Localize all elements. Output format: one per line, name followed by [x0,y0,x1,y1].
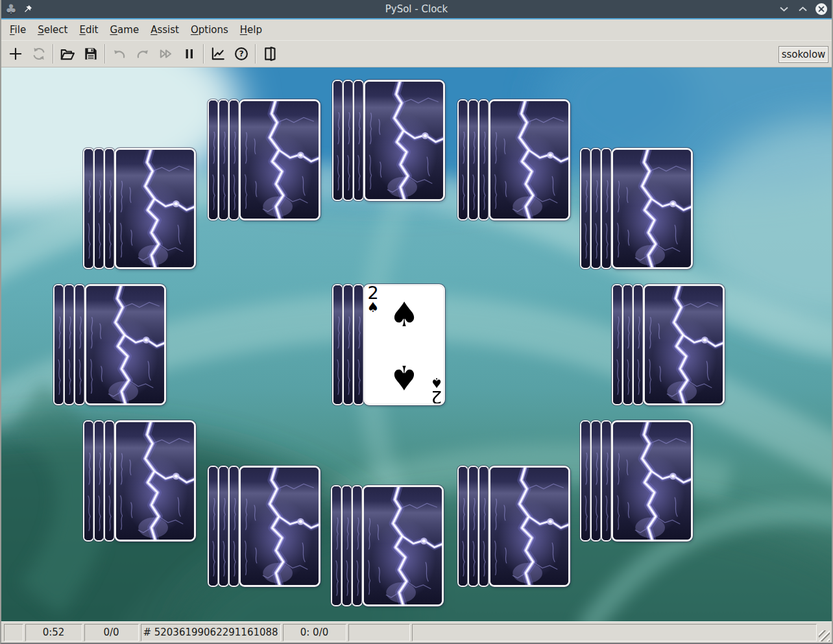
pile-clock-2[interactable] [580,148,697,272]
lightning-card-back-art [332,486,342,606]
menu-help[interactable]: Help [234,21,268,38]
pile-clock-5[interactable] [457,466,574,590]
pause-icon [181,45,198,62]
window-title: PySol - Clock [1,3,832,15]
toolbar-save-button[interactable] [80,43,102,65]
lightning-card-back-art [633,285,644,405]
toolbar-quit-button[interactable] [259,43,281,65]
pile-clock-9[interactable] [53,284,170,408]
toolbar-rules-button[interactable]: ? [230,43,252,65]
close-button[interactable] [815,3,828,16]
menu-select[interactable]: Select [32,21,73,38]
card-back-top[interactable] [489,99,570,221]
toolbar-autodrop-button[interactable] [155,43,177,65]
menu-file[interactable]: File [4,21,32,38]
pile-clock-6[interactable] [331,485,448,609]
toolbar-open-button[interactable] [56,43,78,65]
toolbar-separator [104,44,106,64]
lightning-card-back-art [623,285,633,405]
card-back-top[interactable] [489,466,570,587]
card-back-edge [457,466,468,587]
toolbar-separator [53,44,54,64]
lightning-card-back-art [229,466,239,586]
card-back-edge [93,148,104,269]
game-table: 2♠♠♠2♠ [1,67,832,621]
card-back-edge [601,420,612,542]
card-index-top-left: 2♠ [367,285,380,313]
status-moves: 0/0 [84,624,139,641]
toolbar-undo-button[interactable] [108,43,130,65]
pile-center[interactable]: 2♠♠♠2♠ [332,284,449,408]
card-back-edge [343,284,354,405]
status-extra [348,624,410,641]
minimize-button[interactable] [777,3,790,16]
card-back-top[interactable] [363,80,445,201]
card-back-edge [468,466,479,587]
pile-clock-1[interactable] [457,99,574,223]
toolbar-restart-button[interactable] [28,43,50,65]
card-back-edge [228,466,239,587]
lightning-card-back-art [333,285,343,405]
menu-game[interactable]: Game [104,21,145,38]
card-back-edge [478,99,489,221]
lightning-card-back-art [354,80,364,200]
card-back-edge [622,284,633,405]
toolbar-redo-button[interactable] [132,43,154,65]
card-back-edge [343,80,354,201]
lightning-card-back-art [365,82,443,199]
card-back-top[interactable] [611,420,693,542]
card-back-top[interactable] [362,485,444,606]
lightning-card-back-art [343,285,354,405]
toolbar-new-game-button[interactable] [5,43,27,65]
pile-clock-11[interactable] [208,99,324,223]
toolbar-statistics-button[interactable] [207,43,229,65]
status-game-number: # 52036199062291161088 [141,624,281,641]
card-back-top[interactable] [643,284,725,405]
pile-clock-4[interactable] [580,420,697,544]
card-back-top[interactable] [611,148,693,269]
card-back-edge [83,148,94,269]
card-back-edge [352,485,363,606]
card-back-top[interactable] [239,99,320,221]
circle-x-icon [815,3,828,16]
resize-grip[interactable] [819,630,830,641]
card-back-top[interactable] [114,420,196,542]
lightning-card-back-art [490,468,568,585]
menu-options[interactable]: Options [185,21,234,38]
lightning-card-back-art [364,487,442,604]
card-back-edge [590,148,601,269]
spade-icon: ♠ [431,377,443,388]
pile-clock-12[interactable] [332,80,449,204]
card-back-edge [580,420,591,542]
card-back-top[interactable] [114,148,196,269]
menu-assist[interactable]: Assist [145,21,185,38]
lightning-card-back-art [94,421,104,541]
card-2-of-spades[interactable]: 2♠♠♠2♠ [363,284,445,405]
pile-clock-10[interactable] [83,148,200,272]
maximize-button[interactable] [796,3,809,16]
card-back-top[interactable] [84,284,166,405]
status-game-state [4,624,23,641]
menu-edit[interactable]: Edit [73,21,104,38]
pile-clock-3[interactable] [612,284,729,408]
lightning-card-back-art [241,101,319,219]
club-icon: ♣ [5,3,17,16]
card-back-edge [208,99,219,221]
card-back-edge [228,99,239,221]
pile-clock-8[interactable] [83,420,200,544]
lightning-card-back-art [354,285,364,405]
card-back-edge [590,420,601,542]
pile-clock-7[interactable] [208,466,324,590]
card-back-edge [353,80,364,201]
card-back-top[interactable] [239,466,320,587]
titlebar[interactable]: ♣ PySol - Clock [1,0,832,18]
lightning-card-back-art [75,285,85,405]
chevron-up-icon [799,6,807,12]
lightning-card-back-art [241,468,319,585]
lightning-card-back-art [116,422,194,540]
fast-forward-icon [158,45,175,62]
lightning-card-back-art [104,149,115,268]
toolbar-pause-button[interactable] [178,43,200,65]
pushpin-icon[interactable] [23,5,32,14]
lightning-card-back-art [591,421,601,541]
